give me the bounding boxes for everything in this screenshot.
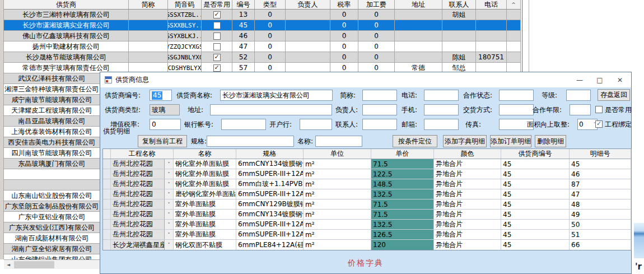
locate-by-condition-button[interactable]: 按条件定位 xyxy=(393,135,437,147)
col-header-phone[interactable]: 电话 xyxy=(476,0,507,9)
detail-col-header-project[interactable]: 工程名称 xyxy=(111,149,174,159)
abbr-input[interactable] xyxy=(362,90,397,101)
supplier-row[interactable]: 佛山市亿鑫玻璃科技有限公司FSSYXBLKJ...46000 xyxy=(4,31,521,41)
combo-arrow-icon[interactable]: ˅ xyxy=(164,179,173,189)
spec-filter-input[interactable] xyxy=(207,136,294,147)
project-combo[interactable]: 长沙龙湖祺鑫星座˅ xyxy=(111,240,173,250)
detail-row[interactable]: 长沙龙湖祺鑫星座˅钢化双面不贴膜6mmPLE84+12A(硅酮胶...m²120… xyxy=(103,240,631,250)
combo-arrow-icon[interactable]: ˅ xyxy=(164,199,173,209)
supplier-row[interactable]: 湖南百成新材料有限公司 xyxy=(4,233,100,244)
name-filter-input[interactable] xyxy=(315,136,362,147)
vat-rate-input[interactable] xyxy=(150,119,181,130)
common-checkbox[interactable] xyxy=(213,32,221,40)
col-header-manager[interactable]: 负责人 xyxy=(286,0,330,9)
project-combo[interactable]: 岳州北控花园˅ xyxy=(111,199,173,209)
project-combo[interactable]: 岳州北控花园˅ xyxy=(111,159,173,169)
col-header-address[interactable]: 地址 xyxy=(395,0,442,9)
coop-years-input[interactable] xyxy=(570,104,591,115)
phone-input[interactable] xyxy=(424,90,459,101)
col-header-contact[interactable]: 联系人 xyxy=(442,0,476,9)
col-header-supplier[interactable]: 供货商 xyxy=(4,0,129,9)
col-header-abbr[interactable]: 简称 xyxy=(129,0,168,9)
supplier-row[interactable]: 天津耀皮工程玻璃有限公司 xyxy=(4,105,100,116)
combo-arrow-icon[interactable]: ˅ xyxy=(164,210,173,219)
detail-row[interactable]: 岳州北控花园˅钢化室外单面贴膜6mm白玻+1.14PVB+6mm...m²148… xyxy=(103,179,631,189)
supplier-row[interactable]: 长沙市潇湘玻璃实业有限公司CSSXXBLSY...45000 xyxy=(4,20,521,31)
supplier-row[interactable]: 山东南山铝业股份有限公司 xyxy=(4,191,100,201)
detail-col-header-price[interactable]: 单价 xyxy=(371,149,434,159)
supplier-row[interactable]: 长沙市三湘特种玻璃有限公司CSSSXTZBL...✓13000胡姐 xyxy=(4,10,521,20)
maximize-button[interactable]: □ xyxy=(590,72,610,87)
project-bind-checkbox[interactable]: ✓ xyxy=(595,120,603,128)
coop-status-input[interactable] xyxy=(499,90,534,101)
project-combo[interactable]: 岳州北控花园˅ xyxy=(111,179,173,189)
delivery-method-input[interactable] xyxy=(499,104,534,115)
common-checkbox[interactable]: ✓ xyxy=(213,11,221,18)
col-header-no[interactable]: 编号 xyxy=(232,0,255,9)
combo-arrow-icon[interactable]: ˅ xyxy=(164,240,173,250)
copy-current-project-button[interactable]: 复制当前工程 xyxy=(138,135,187,147)
detail-col-header-detail_no[interactable]: 明细号 xyxy=(570,149,631,159)
supplier-row[interactable]: 广东兴发铝业(江西)有限公司 xyxy=(4,222,100,233)
supplier-row[interactable]: 咸宁南玻节能玻璃有限公司 xyxy=(4,95,100,105)
grade-input[interactable] xyxy=(566,90,591,101)
add-dict-detail-button[interactable]: 添加字典明细 xyxy=(443,135,487,147)
project-combo[interactable]: 岳州北控花园˅ xyxy=(111,220,173,229)
email-input[interactable] xyxy=(424,119,459,130)
supplier-row[interactable]: 湖南广亚全铝家居有限公司 xyxy=(4,244,100,254)
save-return-button[interactable]: 存盘返回 xyxy=(598,89,630,101)
supplier-row[interactable]: 山东华建铝业集团有限公司 xyxy=(4,254,100,259)
supplier-row[interactable]: 扬州中勤建材有限公司YZZQJCYXGS47000 xyxy=(4,41,521,52)
supplier-row[interactable]: 四川南玻节能玻璃有限公司 xyxy=(4,148,100,159)
common-checkbox[interactable]: ✓ xyxy=(213,54,221,61)
project-combo[interactable]: 岳州北控花园˅ xyxy=(111,169,173,179)
combo-arrow-icon[interactable]: ˅ xyxy=(164,230,173,239)
close-button[interactable]: ✕ xyxy=(610,72,630,87)
bank-branch-input[interactable] xyxy=(300,119,332,130)
mobile-input[interactable] xyxy=(424,104,459,115)
col-header-type[interactable]: 类型 xyxy=(255,0,286,9)
scroll-left-icon[interactable]: ◄ xyxy=(4,262,13,267)
area-round-up-dropdown[interactable]: 0 ˅ xyxy=(577,119,598,130)
detail-row[interactable]: 岳州北控花园˅钢化室外单面贴膜6mmCNY134镀膜钢化m²71.5异地合片45… xyxy=(103,159,631,169)
combo-arrow-icon[interactable]: ˅ xyxy=(164,220,173,229)
supplier-row[interactable]: 南昌亚晶玻璃有限公司 xyxy=(4,116,100,127)
contact-input[interactable] xyxy=(362,119,397,130)
supplier-row[interactable]: 广东坚朗五金制品股份有限公司 xyxy=(4,201,100,212)
common-checkbox[interactable]: ✓ xyxy=(213,64,221,72)
detail-row[interactable]: 岳州北控花园˅室外单面贴膜6mmSUPER-III+12A(硅...m²126.… xyxy=(103,230,631,240)
common-checkbox[interactable] xyxy=(213,43,221,50)
supplier-row[interactable]: 武汉亿泽科技有限公司 xyxy=(4,73,100,84)
address-input[interactable] xyxy=(210,104,332,115)
supplier-name-input[interactable] xyxy=(220,90,333,101)
combo-arrow-icon[interactable]: ˅ xyxy=(164,169,173,179)
horizontal-scrollbar-thumb[interactable] xyxy=(14,261,54,268)
detail-row[interactable]: 岳州北控花园˅钢化室外单面贴膜6mmSUPER-III+12A(硅...m²12… xyxy=(103,169,631,179)
project-combo[interactable]: 岳州北控花园˅ xyxy=(111,210,173,219)
minimize-button[interactable]: — xyxy=(570,72,590,87)
supplier-row[interactable]: 湘潭三金特种玻璃有限责任公司 xyxy=(4,84,100,95)
supplier-row[interactable]: 广东中亚铝业有限公司 xyxy=(4,212,100,222)
common-checkbox[interactable] xyxy=(213,22,221,29)
col-header-tax[interactable]: 税率 xyxy=(330,0,358,9)
supplier-row[interactable] xyxy=(4,169,100,180)
detail-col-header-unit[interactable]: 单位 xyxy=(304,149,371,159)
detail-col-header-spec[interactable]: 规格 xyxy=(236,149,304,159)
detail-row[interactable]: 岳州北控花园˅磨砂钢化室外单面贴膜6mmSUPER-III+12A(硅...m²… xyxy=(103,189,631,199)
project-combo[interactable]: 岳州北控花园˅ xyxy=(111,230,173,239)
supplier-row[interactable]: 西安佳吉美电力科技有限公司 xyxy=(4,137,100,148)
manager-input[interactable] xyxy=(362,104,397,115)
scrollbar-up-icon[interactable]: ^ xyxy=(507,0,521,9)
detail-col-header-supplier_no[interactable]: 供货商编号 xyxy=(501,149,570,159)
dialog-titlebar[interactable]: 供货商信息 — □ ✕ xyxy=(100,72,631,87)
combo-arrow-icon[interactable]: ˅ xyxy=(164,189,173,199)
col-header-common[interactable]: 是否常用 xyxy=(202,0,232,9)
combo-arrow-icon[interactable]: ˅ xyxy=(164,159,173,169)
horizontal-scrollbar[interactable]: ◄ xyxy=(4,259,100,269)
col-header-pinyin[interactable]: 简音码 xyxy=(168,0,202,9)
supplier-row[interactable]: 东晶玻璃厦门有限公司 xyxy=(4,159,100,169)
project-combo[interactable]: 岳州北控花园˅ xyxy=(111,189,173,199)
add-order-detail-button[interactable]: 添加订单明细 xyxy=(490,135,531,147)
detail-row[interactable]: 岳州北控花园˅室外单面贴膜6mmCNY129B镀膜钢化m²71.5异地合片454… xyxy=(103,199,631,210)
is-common-checkbox[interactable] xyxy=(595,106,603,113)
